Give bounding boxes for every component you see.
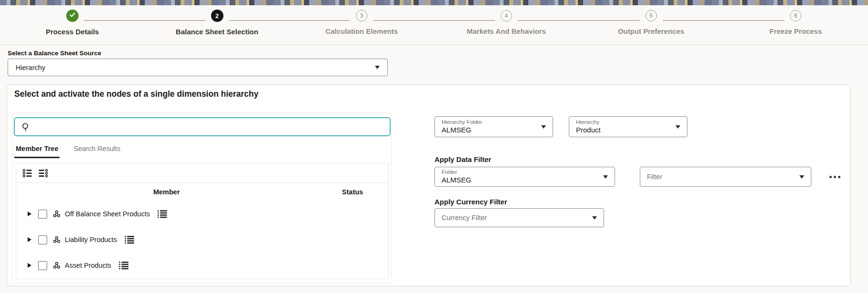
- tree-header-row: Member Status: [16, 182, 388, 201]
- tree-row[interactable]: Liability Products: [16, 227, 388, 253]
- row-checkbox[interactable]: [38, 210, 47, 219]
- member-tree-container: Member Status Off Balance Sheet Products: [16, 163, 389, 279]
- caret-down-icon: [592, 216, 597, 220]
- balance-sheet-source-label: Select a Balance Sheet Source: [8, 50, 101, 57]
- member-selector-widget: Member Tree Search Results: [12, 113, 392, 283]
- step-output-preferences[interactable]: 5 Output Preferences: [579, 10, 724, 45]
- step-freeze-process[interactable]: 6 Freeze Process: [723, 10, 868, 45]
- step-pending-circle: 4: [501, 10, 512, 21]
- hierarchy-folder-select[interactable]: Hierarchy Folder ALMSEG: [434, 116, 553, 137]
- balance-sheet-source-select[interactable]: Hierarchy: [8, 59, 388, 76]
- top-banner-image: [0, 0, 868, 5]
- list-menu-icon[interactable]: [157, 210, 168, 218]
- member-search-box: [14, 117, 391, 136]
- check-icon: [69, 11, 76, 20]
- triangle-right-icon[interactable]: [28, 263, 31, 268]
- list-menu-icon[interactable]: [119, 261, 129, 270]
- triangle-right-icon[interactable]: [28, 212, 31, 216]
- tree-row-label: Off Balance Sheet Products: [65, 210, 150, 218]
- step-number: 4: [505, 12, 508, 19]
- apply-data-filter-heading: Apply Data Filter: [434, 155, 491, 163]
- hierarchy-value: Product: [576, 126, 601, 135]
- member-search-input[interactable]: [30, 118, 390, 135]
- step-label: Freeze Process: [769, 27, 822, 35]
- list-bullets-left-icon[interactable]: [22, 168, 32, 178]
- currency-filter-placeholder: Currency Filter: [442, 214, 487, 222]
- tree-toolbar: [16, 163, 388, 182]
- step-process-details[interactable]: Process Details: [0, 10, 145, 45]
- filter-placeholder: Filter: [647, 173, 662, 181]
- hierarchy-select[interactable]: Hierarchy Product: [569, 116, 687, 137]
- step-pending-circle: 6: [790, 10, 801, 21]
- tree-row[interactable]: Asset Products: [16, 253, 388, 278]
- tree-row-label: Asset Products: [65, 262, 111, 269]
- caret-down-icon: [799, 175, 804, 179]
- member-tabs: Member Tree Search Results: [14, 141, 134, 158]
- data-filter-select[interactable]: Filter: [640, 167, 811, 187]
- step-completed-circle: [66, 10, 79, 22]
- ellipsis-icon: [829, 176, 840, 178]
- column-header-status: Status: [317, 188, 388, 196]
- step-label: Output Preferences: [618, 27, 684, 35]
- step-pending-circle: 5: [646, 10, 657, 21]
- step-number: 6: [794, 12, 797, 19]
- hierarchy-node-icon: [53, 236, 61, 243]
- column-header-member: Member: [16, 188, 317, 196]
- step-label: Calculation Elements: [325, 27, 398, 35]
- hierarchy-label: Hierarchy: [576, 119, 601, 125]
- balance-sheet-source-value: Hierarchy: [16, 64, 45, 71]
- caret-down-icon: [603, 175, 608, 179]
- step-calculation-elements[interactable]: 3 Calculation Elements: [289, 10, 434, 45]
- folder-value: ALMSEG: [442, 176, 472, 185]
- magnifier-icon: [21, 122, 30, 131]
- step-label: Process Details: [46, 28, 99, 36]
- step-number: 3: [360, 12, 363, 19]
- tree-row-label: Liability Products: [65, 236, 117, 243]
- currency-filter-select[interactable]: Currency Filter: [434, 208, 604, 227]
- tree-row[interactable]: Off Balance Sheet Products: [16, 201, 388, 227]
- panel-title: Select and activate the nodes of a singl…: [14, 89, 259, 99]
- hierarchy-folder-label: Hierarchy Folder: [442, 119, 482, 125]
- step-label: Markets And Behaviors: [467, 27, 546, 35]
- step-number: 5: [649, 12, 653, 19]
- triangle-right-icon[interactable]: [28, 237, 31, 242]
- caret-down-icon: [676, 125, 680, 129]
- data-filter-more-actions-button[interactable]: [823, 170, 847, 184]
- step-number: 2: [215, 12, 219, 20]
- list-menu-icon[interactable]: [124, 235, 135, 244]
- hierarchy-node-icon: [53, 262, 61, 269]
- caret-down-icon: [375, 66, 380, 69]
- balance-sheet-selection-panel: Select and activate the nodes of a singl…: [7, 84, 851, 286]
- folder-label: Folder: [442, 169, 472, 175]
- apply-currency-filter-heading: Apply Currency Filter: [434, 198, 507, 206]
- tab-search-results[interactable]: Search Results: [72, 141, 121, 158]
- hierarchy-node-icon: [53, 210, 61, 218]
- data-filter-folder-select[interactable]: Folder ALMSEG: [434, 167, 615, 187]
- step-label: Balance Sheet Selection: [176, 28, 258, 36]
- wizard-stepper: Process Details 2 Balance Sheet Selectio…: [0, 5, 868, 45]
- step-markets-and-behaviors[interactable]: 4 Markets And Behaviors: [434, 10, 579, 45]
- step-balance-sheet-selection[interactable]: 2 Balance Sheet Selection: [145, 10, 290, 45]
- caret-down-icon: [541, 125, 546, 129]
- hierarchy-folder-value: ALMSEG: [442, 126, 482, 135]
- tab-member-tree[interactable]: Member Tree: [14, 141, 60, 158]
- row-checkbox[interactable]: [38, 235, 47, 244]
- step-pending-circle: 3: [356, 10, 367, 21]
- step-active-circle: 2: [211, 10, 223, 22]
- row-checkbox[interactable]: [38, 261, 47, 270]
- list-bullets-right-icon[interactable]: [38, 168, 48, 178]
